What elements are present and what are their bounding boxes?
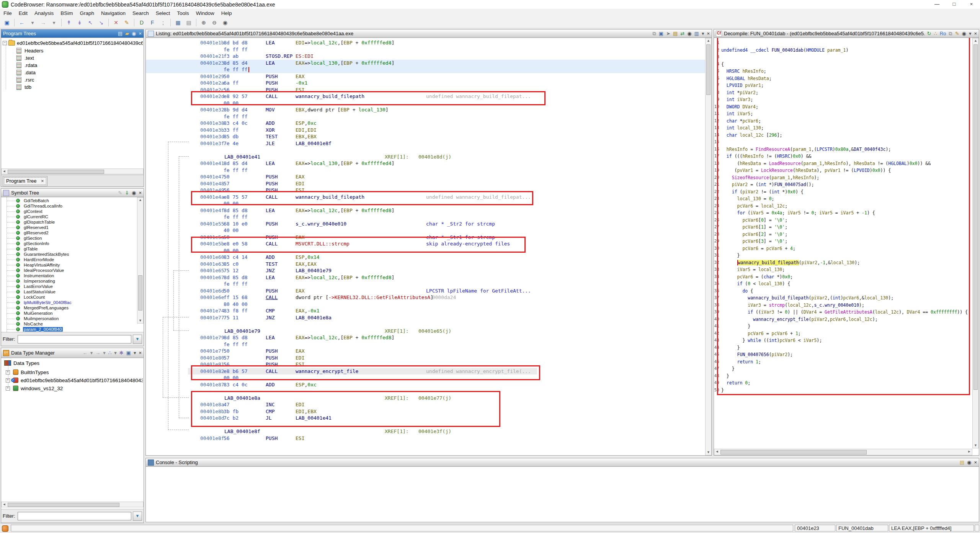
listing-row[interactable]: 00401e2a6a ffPUSH-0x1 (146, 80, 712, 87)
program-tree-tab-close-icon[interactable]: × (41, 178, 44, 184)
decompile-line[interactable]: 19 (pvVar1 = LockResource(hResData), pvV… (714, 167, 972, 174)
memory-map-icon[interactable]: ▦ (173, 18, 183, 27)
listing-row[interactable]: 00401e8f56PUSHESI (146, 435, 712, 442)
copy-icon[interactable]: ⧉ (949, 30, 952, 38)
datatype-archive-green[interactable]: +windows_vs12_32 (6, 385, 143, 392)
listing-row[interactable]: 00 00 (146, 200, 712, 207)
decompile-line[interactable]: 12 char *pcVar6; (714, 118, 972, 125)
symbol-tree-item[interactable]: glReserved2 (7, 230, 49, 235)
listing-row[interactable]: 00 00 (146, 100, 712, 107)
program-trees-header[interactable]: Program Trees ▤▰◉× (1, 29, 144, 38)
decompile-line[interactable]: 8 int *piVar2; (714, 89, 972, 96)
zoom-out-icon[interactable]: ⊖ (209, 18, 219, 27)
decompile-line[interactable]: 13 int local_130; (714, 124, 972, 132)
symbol-filter-input[interactable] (18, 335, 132, 343)
decompile-line[interactable]: 46 return 1; (714, 358, 972, 366)
forward-dropdown-icon[interactable]: ▾ (103, 349, 106, 357)
listing-row[interactable]: 00401e8b3b fbCMPEDI,EBX (146, 408, 712, 415)
symbol-tree-item[interactable]: GuaranteedStackBytes (7, 252, 70, 257)
paste-icon[interactable]: ▣ (659, 30, 663, 38)
symbol-tree-item[interactable]: glReserved1 (7, 225, 49, 230)
symbol-tree-item[interactable]: HardErrorMode (7, 257, 55, 262)
nav-prev-function-icon[interactable]: ↟ (64, 18, 74, 27)
data-type-manager-header[interactable]: DT Data Type Manager ←▾→▾∴▾✱▣▾× (1, 348, 144, 358)
listing-row[interactable]: 00401e8783 c4 0cADDESP,0xc (146, 381, 712, 388)
tree-config-icon[interactable]: ∴ (108, 349, 111, 357)
register-view-icon[interactable]: ▤ (184, 18, 194, 27)
listing-row[interactable]: 00401e7775 11JNZLAB_00401e8a (146, 314, 712, 321)
camera-icon[interactable]: ◉ (132, 189, 136, 197)
decompile-line[interactable]: 44 } (714, 344, 972, 352)
close-icon[interactable]: × (974, 30, 977, 38)
listing-row[interactable]: 00401e3f7e 4eJLELAB_00401e8f (146, 140, 712, 147)
listing-row[interactable]: 00401e678d 85 d8LEAEAX=>local_12c,[EBP +… (146, 274, 712, 281)
listing-header[interactable]: Listing: ed01ebfbc9eb5bbea545af4d01bf5f1… (146, 29, 712, 38)
listing-row[interactable]: 00401e8057PUSHEDI (146, 355, 712, 361)
decompile-line[interactable]: 15 (714, 139, 972, 146)
decompile-line[interactable]: 29 pcVar6[3] = '\0'; (714, 238, 972, 245)
data-type-manager-hscrollbar[interactable]: ◄ (1, 502, 144, 507)
listing-row[interactable]: 00401e1b8d bd d8LEAEDI=>local_12c,[EBP +… (146, 39, 712, 46)
program-tree-item-tdb[interactable]: tdb (16, 83, 31, 90)
symbol-tree-item[interactable]: MergedPrefLanguages (7, 305, 69, 311)
listing-row[interactable] (146, 147, 712, 154)
listing-vscrollbar[interactable]: ▲ ▼ (705, 38, 712, 455)
menu-edit[interactable]: Edit (15, 10, 31, 17)
listing-row[interactable]: 00401e6d50PUSHEAXLPCSTR lpFileName for G… (146, 288, 712, 294)
decompile-line[interactable]: 26 pcVar6[0] = '\0'; (714, 217, 972, 224)
xref-target[interactable]: 00401e65(j) (418, 328, 451, 335)
program-tree-tab[interactable]: Program Tree × (3, 176, 47, 186)
cursor-location-icon[interactable]: ➤ (666, 30, 670, 38)
tree-config-dropdown-icon[interactable]: ▾ (114, 349, 117, 357)
decompile-line[interactable]: 4{ (714, 61, 972, 68)
edit-icon[interactable]: ✎ (118, 189, 122, 197)
symbol-tree-item[interactable]: LastStatusValue (7, 289, 56, 294)
listing-row[interactable]: 00401e8156PUSHESI (146, 361, 712, 368)
listing-row[interactable]: 00401e4f8d 85 d8LEAEAX=>local_12c,[EBP +… (146, 207, 712, 214)
listing-row[interactable]: 00401e3d85 dbTESTEBX,EBX (146, 133, 712, 140)
decompile-header[interactable]: Cf Decompile: FUN_00401dab - (ed01ebfbc9… (714, 29, 979, 38)
listing-row[interactable]: fe ff ff (146, 167, 712, 174)
menu-file[interactable]: File (0, 10, 15, 17)
decompile-line[interactable]: 27 pcVar6[1] = '\0'; (714, 224, 972, 231)
close-icon[interactable]: × (139, 30, 142, 38)
window-icon[interactable]: ▣ (126, 349, 131, 357)
decompile-line[interactable]: 48 } (714, 373, 972, 380)
listing-row[interactable]: 00401e6385 c0TESTEAX,EAX (146, 261, 712, 268)
snapshot-icon[interactable]: ◉ (220, 18, 230, 27)
decompile-line[interactable]: 31 } (714, 252, 972, 259)
disassemble-icon[interactable]: D (137, 18, 147, 27)
expander-icon[interactable]: − (3, 41, 7, 45)
program-tree-item-data[interactable]: .data (16, 69, 36, 76)
nav-next-label-icon[interactable]: ↘ (96, 18, 106, 27)
menu-help[interactable]: Help (218, 10, 235, 17)
listing-row[interactable]: fe ff ff (146, 46, 712, 53)
decompile-line[interactable]: 16 hResInfo = FindResourceA(param_1,(LPC… (714, 146, 972, 153)
listing-row[interactable]: 00401e798d 85 d8LEAEAX=>local_12c,[EBP +… (146, 334, 712, 341)
listing-row[interactable]: 00401e21f3 abSTOSD.REPES:EDI (146, 53, 712, 60)
symbol-tree-item[interactable]: MuiGeneration (7, 311, 53, 316)
decompile-line[interactable]: 47 } (714, 365, 972, 373)
camera-icon[interactable]: ◉ (687, 30, 691, 38)
decompile-line[interactable]: 25 for (iVar5 = 0x4a; iVar5 != 0; iVar5 … (714, 209, 972, 217)
listing-row[interactable]: 00401e2de8 92 57CALLwannacry_build_filep… (146, 93, 712, 100)
xref-target[interactable]: 00401e77(j) (418, 395, 451, 402)
decompile-line[interactable]: 9 int iVar3; (714, 96, 972, 103)
decompile-line[interactable]: 36 do { (714, 288, 972, 295)
menu-select[interactable]: Select (152, 10, 174, 17)
decompile-line[interactable]: 14 char local_12c [296]; (714, 132, 972, 139)
listing-row[interactable]: 80 40 00 (146, 301, 712, 308)
decompile-line[interactable]: 22 if (piVar2 != (int *)0x0) { (714, 188, 972, 196)
datatype-filter-options-button[interactable]: ▼ (133, 512, 142, 521)
decompile-line[interactable]: 10 DWORD DVar4; (714, 103, 972, 111)
symbol-tree-item[interactable]: glTable (7, 246, 38, 252)
decompile-line[interactable]: 41 } (714, 323, 972, 330)
decompile-line[interactable]: 43 } while ((int)pcVar6 < iVar5); (714, 337, 972, 344)
listing-row[interactable]: 00401e7483 f8 ffCMPEAX,-0x1 (146, 307, 712, 314)
decompile-line[interactable]: 28 pcVar6[2] = '\0'; (714, 231, 972, 238)
decompile-line[interactable]: 35 if (0 < local_130) { (714, 280, 972, 288)
listing-row[interactable]: fe ff ff (146, 66, 712, 73)
forward-icon[interactable]: → (95, 349, 100, 357)
panel-dropdown-icon[interactable]: ▾ (969, 30, 972, 38)
decompile-body[interactable]: 12undefined4 __cdecl FUN_00401dab(HMODUL… (714, 38, 972, 448)
